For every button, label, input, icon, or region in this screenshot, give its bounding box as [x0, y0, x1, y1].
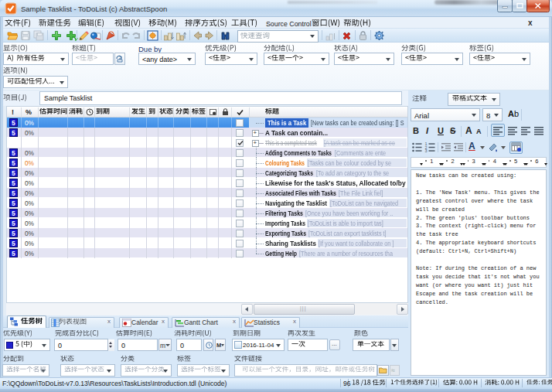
- svg-text:3: 3: [425, 148, 428, 152]
